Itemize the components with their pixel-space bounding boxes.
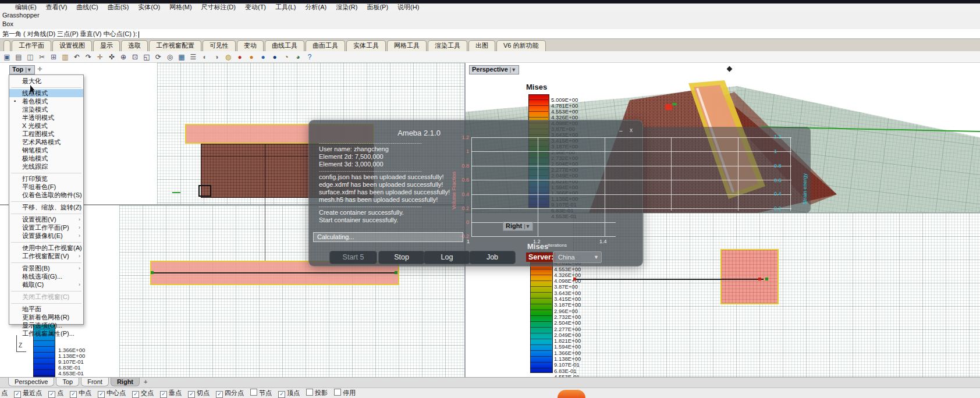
undo-icon[interactable]: ↶ xyxy=(72,52,82,62)
osnap-toggle[interactable]: ✓垂点 xyxy=(160,389,182,398)
chevron-down-icon[interactable]: |▼ xyxy=(524,223,530,229)
menu-item[interactable]: 渲染模式 xyxy=(9,105,83,113)
menubar-item[interactable]: 曲线(C) xyxy=(76,3,98,12)
zoom-window-icon[interactable]: ◱ xyxy=(141,52,152,62)
osnap-toggle[interactable]: ✓切点 xyxy=(188,389,210,398)
rotate-view-icon[interactable]: ⟳ xyxy=(153,52,164,62)
menu-item[interactable]: 平坦着色(F) xyxy=(9,183,83,191)
chevron-down-icon[interactable]: |▼ xyxy=(25,67,31,73)
checkbox-checked-icon[interactable]: ✓ xyxy=(160,391,167,398)
object-props-icon[interactable]: ☰ xyxy=(188,52,198,62)
toolbar-tab[interactable]: 变动 xyxy=(237,40,264,51)
start-button[interactable]: Start 5 xyxy=(329,251,377,264)
viewport-title-right[interactable]: Right |▼ xyxy=(503,222,533,231)
menu-item[interactable]: 设置视图(V)› xyxy=(9,215,83,223)
move-icon[interactable]: ✜ xyxy=(106,52,117,62)
menubar-item[interactable]: 说明(H) xyxy=(397,3,419,12)
viewport-top-move-icon[interactable]: ✛ xyxy=(37,66,42,72)
menu-item[interactable]: 截取(C)› xyxy=(9,280,83,289)
command-prompt-input[interactable]: 第一角 ( 对角线(D) 三点(P) 垂直(V) 中心点(C) ): xyxy=(0,29,980,39)
menu-item[interactable]: 打印预览 xyxy=(9,175,83,183)
menubar-item[interactable]: 工具(L) xyxy=(275,3,296,12)
hide-icon[interactable]: ◐ xyxy=(200,52,210,62)
toolbar-tab[interactable]: 选取 xyxy=(121,40,148,51)
checkbox-checked-icon[interactable]: ✓ xyxy=(188,391,195,398)
menu-item[interactable]: 半透明模式 xyxy=(9,113,83,122)
menubar-item[interactable]: 尺寸标注(D) xyxy=(201,3,236,12)
checkbox-unchecked-icon[interactable] xyxy=(334,389,341,396)
menu-item[interactable]: 背景图(B)› xyxy=(9,264,83,272)
menu-item[interactable]: 平移、缩放、旋转(Z)› xyxy=(9,203,83,211)
menubar-item[interactable]: 编辑(E) xyxy=(15,3,37,12)
cut-icon[interactable]: ✂ xyxy=(37,52,47,62)
menu-item[interactable]: 工作视窗配置(V)› xyxy=(9,252,83,260)
dialog-minimize-button[interactable]: – xyxy=(619,127,623,134)
osnap-toggle[interactable]: ✓顶点 xyxy=(278,389,300,398)
toolbar-tab[interactable]: 出图 xyxy=(468,40,495,51)
osnap-toggle[interactable]: ✓四分点 xyxy=(216,389,244,398)
material-red-ball-icon[interactable]: ● xyxy=(235,52,245,62)
menubar-item[interactable]: 分析(A) xyxy=(305,3,326,12)
checkbox-checked-icon[interactable]: ✓ xyxy=(14,391,21,398)
toolbar-tab[interactable]: 曲线工具 xyxy=(265,40,304,51)
osnap-toggle[interactable]: 节点 xyxy=(250,389,272,397)
server-dropdown[interactable]: ▼China xyxy=(553,251,602,263)
menu-item[interactable]: 仅着色选取的物件(S) xyxy=(9,191,83,199)
menu-item[interactable]: 钢笔模式 xyxy=(9,146,83,154)
viewport-title-perspective[interactable]: Perspective |▼ xyxy=(469,65,519,74)
copy-icon[interactable]: ⊞ xyxy=(48,52,59,62)
menu-item[interactable]: 艺术风格模式 xyxy=(9,138,83,146)
menubar-item[interactable]: 网格(M) xyxy=(169,3,192,12)
render-ball-icon[interactable]: ● xyxy=(258,52,268,62)
checkbox-checked-icon[interactable]: ✓ xyxy=(132,391,139,398)
job-button[interactable]: Job xyxy=(469,251,516,264)
menubar-item[interactable]: 查看(V) xyxy=(46,3,68,12)
magnify-icon[interactable]: ◎ xyxy=(165,52,175,62)
front-end-point-left[interactable] xyxy=(151,271,154,274)
menu-item[interactable]: 着色模式• xyxy=(9,97,83,105)
viewport-tab-perspective[interactable]: Perspective xyxy=(8,378,54,386)
right-section-square[interactable] xyxy=(720,249,779,304)
menu-item[interactable]: 更新着色网格(R) xyxy=(9,313,83,321)
checkbox-unchecked-icon[interactable] xyxy=(306,389,313,396)
menubar-item[interactable]: 实体(O) xyxy=(138,3,160,12)
menu-item[interactable]: 格线选项(G)... xyxy=(9,272,83,280)
menu-item[interactable]: 极地模式 xyxy=(9,154,83,162)
osnap-toggle[interactable]: ✓中心点 xyxy=(98,389,126,398)
menu-item[interactable]: 工程图模式 xyxy=(9,130,83,138)
plan-small-box-outline[interactable] xyxy=(198,185,211,197)
log-button[interactable]: Log xyxy=(424,251,470,264)
light-icon[interactable]: ◍ xyxy=(223,52,233,62)
toolbar-tab-stub[interactable] xyxy=(3,40,10,51)
toolbar-tab[interactable]: 工作视窗配置 xyxy=(149,40,201,51)
save-icon[interactable]: ▣ xyxy=(2,52,12,62)
checkbox-checked-icon[interactable]: ✓ xyxy=(98,391,105,398)
toolbar-tab[interactable]: 曲面工具 xyxy=(306,40,345,51)
viewport-title-top[interactable]: Top |▼ xyxy=(9,65,35,74)
menubar-item[interactable]: 变动(T) xyxy=(245,3,266,12)
help-icon[interactable]: ? xyxy=(304,52,315,62)
menu-item[interactable]: 工作视窗属性(P)... xyxy=(9,329,83,337)
material-color-ball-icon[interactable]: ● xyxy=(246,52,257,62)
menubar-item[interactable]: 面板(P) xyxy=(367,3,388,12)
menubar-item[interactable]: 渲染(R) xyxy=(336,3,357,12)
toolbar-tab[interactable]: 实体工具 xyxy=(346,40,386,51)
toolbar-tab[interactable]: V6 的新功能 xyxy=(496,40,546,51)
osnap-toggle[interactable]: ✓最近点 xyxy=(14,389,42,398)
export-icon[interactable]: ◫ xyxy=(25,52,35,62)
stop-button[interactable]: Stop xyxy=(378,251,425,264)
toolbar-tab[interactable]: 设置视图 xyxy=(52,40,92,51)
menu-item[interactable]: 显示选项(O)... xyxy=(9,321,83,329)
osnap-toggle[interactable]: ✓交点 xyxy=(132,389,154,398)
osnap-toggle[interactable]: 投影 xyxy=(306,389,328,397)
checkbox-checked-icon[interactable]: ✓ xyxy=(48,391,55,398)
menu-item[interactable]: 使用中的工作视窗(A)› xyxy=(9,244,83,252)
checkbox-unchecked-icon[interactable] xyxy=(250,389,257,396)
checkbox-checked-icon[interactable]: ✓ xyxy=(70,391,77,398)
toolbar-tab[interactable]: 工作平面 xyxy=(12,40,51,51)
menu-item[interactable]: 线框模式 xyxy=(9,89,83,97)
menu-item[interactable]: 设置工作平面(P)› xyxy=(9,223,83,232)
osnap-toggle[interactable]: 停用 xyxy=(334,389,356,397)
settings-icon[interactable]: ◔ xyxy=(281,52,292,62)
viewport-tab-right[interactable]: Right xyxy=(111,378,140,386)
